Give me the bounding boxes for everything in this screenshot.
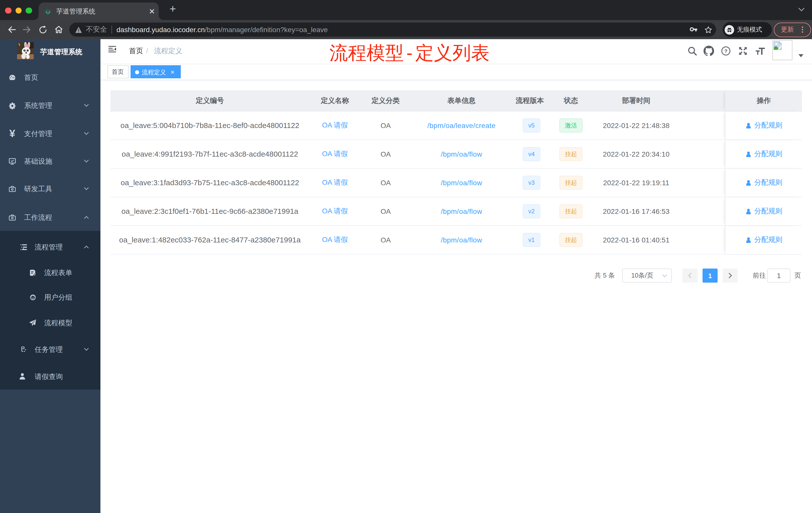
svg-text:?: ?	[724, 48, 727, 54]
